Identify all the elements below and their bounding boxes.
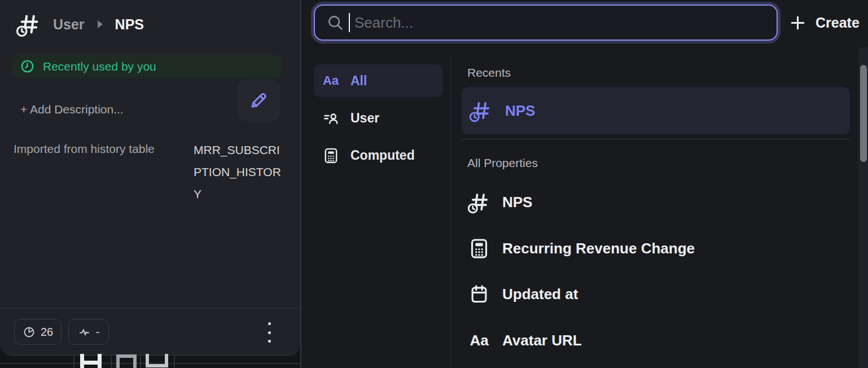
property-item-nps[interactable]: NPS xyxy=(467,189,850,216)
breadcrumb-current[interactable]: NPS xyxy=(115,16,144,33)
search-input[interactable] xyxy=(354,14,777,32)
filter-item-all[interactable]: Aa All xyxy=(314,64,442,97)
count-pill-button[interactable]: 26 xyxy=(14,319,62,345)
footer-divider xyxy=(0,308,300,309)
add-description-button[interactable]: + Add Description... xyxy=(20,103,124,116)
kebab-dot xyxy=(268,322,271,325)
property-item-label: Recurring Revenue Change xyxy=(502,240,695,257)
kebab-menu-button[interactable] xyxy=(262,322,276,343)
create-label: Create xyxy=(816,15,860,31)
property-item-label: Avatar URL xyxy=(502,332,582,349)
app-root: User NPS Recently used by you + Add Desc… xyxy=(0,0,868,368)
background-table-grid xyxy=(73,356,74,368)
background-table-grid xyxy=(174,356,175,368)
filter-label: User xyxy=(350,111,379,126)
imported-from-label: Imported from history table xyxy=(14,142,155,156)
property-item-recurring-revenue-change[interactable]: Recurring Revenue Change xyxy=(467,235,850,262)
recents-header: Recents xyxy=(467,66,511,80)
number-clock-icon xyxy=(16,11,42,37)
results-divider xyxy=(450,56,451,368)
Aa-glyph: Aa xyxy=(467,332,491,349)
property-detail-panel: User NPS Recently used by you + Add Desc… xyxy=(0,0,300,356)
recently-used-badge: Recently used by you xyxy=(12,55,282,78)
background-table-grid xyxy=(111,356,112,368)
property-item-label: Updated at xyxy=(502,286,578,303)
user-list-icon xyxy=(322,109,340,127)
pencil-icon xyxy=(248,90,269,111)
count-value: 26 xyxy=(41,326,53,339)
number-clock-icon xyxy=(469,99,493,122)
search-bar xyxy=(314,5,778,41)
plus-icon xyxy=(789,14,806,32)
panel-divider xyxy=(300,0,301,368)
edit-description-button[interactable] xyxy=(237,80,280,121)
filter-list: Aa All User xyxy=(314,64,442,172)
trend-value: - xyxy=(96,326,100,339)
activity-pulse-icon xyxy=(78,326,91,339)
background-glyph xyxy=(116,354,137,368)
property-item-avatar-url[interactable]: Aa Avatar URL xyxy=(467,327,850,354)
scrollbar-thumb[interactable] xyxy=(860,65,867,162)
kebab-dot xyxy=(268,331,271,334)
imported-table-name: MRR_SUBSCRIPTION_HISTORY xyxy=(194,139,283,205)
kebab-dot xyxy=(268,340,271,343)
recent-item-label: NPS xyxy=(505,102,535,120)
property-header: User NPS xyxy=(16,11,144,37)
text-cursor xyxy=(349,13,350,32)
filter-label: Computed xyxy=(350,148,415,163)
background-glyph xyxy=(146,354,168,367)
create-button[interactable]: Create xyxy=(789,8,860,37)
number-clock-icon xyxy=(467,190,491,214)
breadcrumb-parent[interactable]: User xyxy=(53,16,85,33)
breadcrumb-chevron-icon xyxy=(96,20,104,29)
calculator-icon xyxy=(322,147,340,164)
filter-item-computed[interactable]: Computed xyxy=(314,139,442,172)
clock-icon xyxy=(20,59,35,74)
background-glyph xyxy=(80,354,102,368)
search-modal-panel xyxy=(301,0,868,368)
section-divider xyxy=(462,139,850,139)
trend-pill-button[interactable]: - xyxy=(68,319,109,345)
Aa-glyph: Aa xyxy=(322,73,340,88)
filter-label: All xyxy=(350,73,367,89)
search-icon xyxy=(326,14,344,32)
pie-chart-icon xyxy=(23,326,36,339)
recently-used-label: Recently used by you xyxy=(43,60,156,73)
calculator-icon xyxy=(467,237,491,260)
calendar-icon xyxy=(467,283,491,305)
background-table-grid xyxy=(140,356,141,368)
property-item-label: NPS xyxy=(502,194,532,211)
filter-item-user[interactable]: User xyxy=(314,102,442,134)
recent-item-nps[interactable]: NPS xyxy=(462,87,850,134)
all-properties-header: All Properties xyxy=(467,156,538,170)
property-item-updated-at[interactable]: Updated at xyxy=(467,281,850,308)
